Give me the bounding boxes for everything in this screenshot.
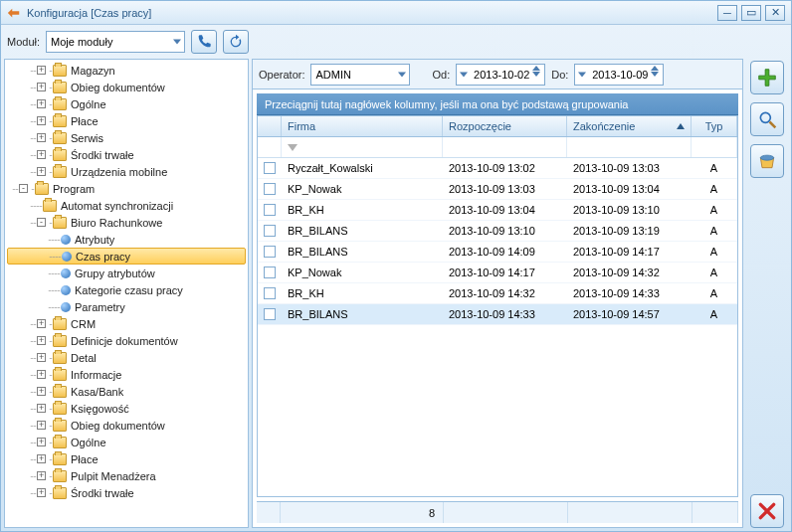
tree-node[interactable]: ········Automat synchronizacji (7, 197, 246, 214)
tree-node[interactable]: ····+··Środki trwałe (7, 146, 246, 163)
tree[interactable]: ····+··Magazyn····+··Obieg dokumentów···… (5, 60, 248, 527)
close-button[interactable]: ✕ (765, 5, 785, 21)
tree-label: Magazyn (71, 65, 115, 77)
search-button[interactable] (750, 102, 784, 136)
table-row[interactable]: BR_BILANS2013-10-09 14:092013-10-09 14:1… (258, 242, 737, 263)
phone-button[interactable] (191, 30, 217, 54)
row-checkbox[interactable] (264, 225, 276, 237)
add-button[interactable] (750, 61, 784, 94)
tree-node[interactable]: ····+··Księgowość (7, 400, 246, 417)
modul-combo[interactable]: Moje moduły (46, 31, 185, 53)
col-check[interactable] (258, 116, 282, 136)
row-checkbox[interactable] (264, 246, 276, 258)
tree-label: Detal (71, 352, 97, 364)
expander-icon[interactable]: + (37, 488, 46, 497)
modul-value: Moje moduły (51, 36, 112, 48)
table-row[interactable]: BR_BILANS2013-10-09 14:332013-10-09 14:5… (258, 304, 737, 325)
tree-node[interactable]: ····+··Detal (7, 349, 246, 366)
expander-icon[interactable]: + (37, 116, 46, 125)
expander-icon[interactable]: + (37, 370, 46, 379)
filter-icon[interactable] (288, 144, 297, 151)
tree-label: Automat synchronizacji (61, 200, 173, 212)
expander-icon[interactable]: + (37, 336, 46, 345)
expander-icon[interactable]: + (37, 387, 46, 396)
tree-node[interactable]: ····+··Płace (7, 112, 246, 129)
row-checkbox[interactable] (264, 204, 276, 216)
col-zakonczenie[interactable]: Zakończenie (567, 116, 692, 136)
tree-node[interactable]: ····+··Kasa/Bank (7, 383, 246, 400)
table-row[interactable]: BR_KH2013-10-09 13:042013-10-09 13:10A (258, 200, 737, 221)
expander-icon[interactable]: + (37, 167, 46, 176)
expander-icon[interactable]: - (37, 218, 46, 227)
tree-node[interactable]: ········Czas pracy (7, 248, 246, 265)
tree-node[interactable]: ····+··Informacje (7, 366, 246, 383)
od-date-input[interactable]: 2013-10-02 (456, 64, 545, 86)
tree-node[interactable]: ····+··Urządzenia mobilne (7, 163, 246, 180)
expander-icon[interactable]: + (37, 66, 46, 75)
grid-header: Firma Rozpoczęcie Zakończenie Typ (258, 116, 737, 137)
expander-icon[interactable]: + (37, 150, 46, 159)
col-typ[interactable]: Typ (692, 116, 737, 136)
row-checkbox[interactable] (264, 308, 276, 320)
table-row[interactable]: BR_KH2013-10-09 14:322013-10-09 14:33A (258, 283, 737, 304)
expander-icon[interactable]: + (37, 83, 46, 91)
expander-icon[interactable]: + (37, 454, 46, 463)
operator-combo[interactable]: ADMIN (310, 64, 410, 86)
table-row[interactable]: BR_BILANS2013-10-09 13:102013-10-09 13:1… (258, 221, 737, 242)
tree-node[interactable]: ····+··Ogólne (7, 434, 246, 450)
expander-icon[interactable]: + (37, 471, 46, 480)
tree-label: Program (53, 183, 95, 195)
bucket-icon (757, 151, 777, 171)
expander-icon[interactable]: + (37, 421, 46, 430)
tree-node[interactable]: ····+··Definicje dokumentów (7, 332, 246, 349)
cell-typ: A (692, 308, 737, 320)
cell-zakonczenie: 2013-10-09 13:19 (567, 225, 692, 237)
folder-icon (35, 183, 49, 195)
tree-node[interactable]: ····-··Biuro Rachunkowe (7, 214, 246, 231)
row-checkbox[interactable] (264, 266, 276, 278)
ball-icon (62, 252, 72, 262)
group-by-bar[interactable]: Przeciągnij tutaj nagłówek kolumny, jeśl… (257, 93, 738, 115)
expander-icon[interactable]: + (37, 99, 46, 108)
tree-node[interactable]: ····+··Płace (7, 450, 246, 467)
tree-node[interactable]: ····+··Obieg dokumentów (7, 417, 246, 434)
tree-node[interactable]: ········Grupy atrybutów (7, 265, 246, 281)
tree-node[interactable]: ····+··Obieg dokumentów (7, 79, 246, 95)
tree-label: Parametry (75, 301, 125, 313)
tree-node[interactable]: ········Atrybuty (7, 231, 246, 248)
tree-node[interactable]: ····+··Magazyn (7, 62, 246, 79)
col-firma[interactable]: Firma (282, 116, 443, 136)
row-checkbox[interactable] (264, 287, 276, 299)
ball-icon (61, 302, 71, 312)
row-checkbox[interactable] (264, 183, 276, 195)
expander-icon[interactable]: + (37, 319, 46, 328)
do-date-input[interactable]: 2013-10-09 (574, 64, 664, 86)
table-row[interactable]: KP_Nowak2013-10-09 14:172013-10-09 14:32… (258, 263, 737, 283)
tree-node[interactable]: ····+··Środki trwałe (7, 484, 246, 501)
tree-node[interactable]: ····-··Program (7, 180, 246, 197)
tree-node[interactable]: ········Kategorie czasu pracy (7, 281, 246, 298)
delete-button[interactable] (750, 494, 784, 528)
tree-node[interactable]: ····+··Ogólne (7, 95, 246, 112)
maximize-button[interactable]: ▭ (741, 5, 761, 21)
expander-icon[interactable]: + (37, 438, 46, 446)
grid-panel: Operator: ADMIN Od: 2013-10-02 Do: 2013-… (252, 59, 743, 528)
table-row[interactable]: KP_Nowak2013-10-09 13:032013-10-09 13:04… (258, 179, 737, 200)
minimize-button[interactable]: ─ (717, 5, 737, 21)
svg-point-2 (760, 155, 773, 160)
col-rozpoczecie[interactable]: Rozpoczęcie (443, 116, 567, 136)
tree-label: Kasa/Bank (71, 386, 123, 398)
tree-node[interactable]: ····+··CRM (7, 315, 246, 332)
tree-node[interactable]: ····+··Serwis (7, 129, 246, 146)
svg-point-0 (760, 112, 770, 122)
table-row[interactable]: Ryczałt_Kowalski2013-10-09 13:022013-10-… (258, 158, 737, 179)
expander-icon[interactable]: + (37, 133, 46, 142)
expander-icon[interactable]: + (37, 404, 46, 413)
expander-icon[interactable]: - (19, 184, 28, 193)
tree-node[interactable]: ····+··Pulpit Menadżera (7, 467, 246, 484)
expander-icon[interactable]: + (37, 353, 46, 362)
row-checkbox[interactable] (264, 162, 276, 174)
tree-node[interactable]: ········Parametry (7, 298, 246, 315)
bin-button[interactable] (750, 144, 784, 178)
refresh-button[interactable] (223, 30, 249, 54)
